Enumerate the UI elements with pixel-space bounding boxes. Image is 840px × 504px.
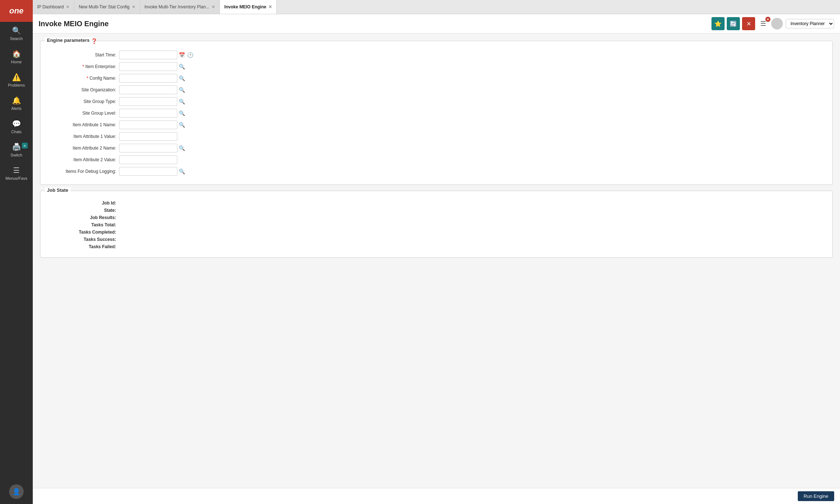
tasks-completed-label: Tasks Completed: (46, 230, 119, 235)
home-icon: 🏠 (12, 49, 21, 58)
job-results-label: Job Results: (46, 215, 119, 220)
sidebar-item-label: Switch (11, 153, 22, 157)
page-title: Invoke MEIO Engine (39, 20, 708, 28)
form-row-site-group-type: Site Group Type: 🔍 (46, 97, 827, 106)
start-time-label: Start Time: (46, 52, 119, 57)
user-dropdown: Inventory Planner (771, 18, 834, 29)
state-label: State: (46, 208, 119, 213)
search-lookup-icon[interactable]: 🔍 (178, 168, 186, 174)
header-bar: Invoke MEIO Engine ⭐ 🔄 ✕ ☰ ★ Inventory P… (33, 14, 840, 33)
item-attr1-name-input[interactable] (119, 120, 177, 129)
logo-text: one (9, 6, 23, 16)
search-lookup-icon[interactable]: 🔍 (178, 64, 186, 70)
role-dropdown[interactable]: Inventory Planner (786, 19, 834, 28)
sidebar-item-label: Search (10, 36, 23, 41)
favorite-button[interactable]: ⭐ (711, 17, 725, 30)
tab-new-multi-tier[interactable]: New Multi-Tier Stat Config ✕ (74, 0, 140, 14)
site-organization-input[interactable] (119, 86, 177, 94)
search-lookup-icon[interactable]: 🔍 (178, 99, 186, 104)
tab-close-icon[interactable]: ✕ (212, 4, 215, 9)
run-engine-button[interactable]: Run Engine (798, 491, 834, 501)
search-lookup-icon[interactable]: 🔍 (178, 110, 186, 116)
job-id-label: Job Id: (46, 201, 119, 206)
job-results-row: Job Results: (46, 215, 827, 220)
sidebar-item-label: Menus/Favs (5, 176, 27, 180)
header-actions: ⭐ 🔄 ✕ ☰ ★ Inventory Planner (711, 17, 834, 30)
calendar-icon[interactable]: 📅 (178, 52, 186, 58)
sidebar-item-menus[interactable]: ☰ Menus/Favs (0, 162, 33, 185)
tasks-failed-row: Tasks Failed: (46, 244, 827, 249)
search-lookup-icon[interactable]: 🔍 (178, 87, 186, 93)
sidebar-item-alerts[interactable]: 🔔 Alerts (0, 92, 33, 115)
sidebar-item-home[interactable]: 🏠 Home (0, 45, 33, 68)
user-avatar (771, 18, 783, 29)
item-enterprise-input[interactable] (119, 62, 177, 71)
start-time-input-group: 📅 🕐 (119, 51, 194, 59)
sidebar-item-switch[interactable]: 🖨️ Switch ≡ (0, 138, 33, 162)
chat-icon: 💬 (12, 119, 21, 128)
engine-parameters-body: Start Time: 📅 🕐 * Item Enterprise: 🔍 (46, 51, 827, 176)
tab-label: New Multi-Tier Stat Config (79, 4, 130, 9)
item-attr1-value-label: Item Attribute 1 Value: (46, 134, 119, 139)
form-row-config-name: * Config Name: 🔍 (46, 74, 827, 83)
tab-bar: IP Dashboard ✕ New Multi-Tier Stat Confi… (33, 0, 840, 14)
tab-close-icon[interactable]: ✕ (268, 4, 272, 9)
sidebar-item-problems[interactable]: ⚠️ Problems (0, 68, 33, 92)
tab-invoke-multi-tier[interactable]: Invoke Multi-Tier Inventory Plan... ✕ (140, 0, 220, 14)
form-row-debug-logging: Items For Debug Logging: 🔍 (46, 167, 827, 176)
menu-button[interactable]: ☰ ★ (757, 18, 769, 29)
debug-logging-label: Items For Debug Logging: (46, 169, 119, 174)
debug-logging-input[interactable] (119, 167, 177, 176)
required-marker: * (82, 64, 84, 69)
search-lookup-icon[interactable]: 🔍 (178, 122, 186, 128)
item-enterprise-input-group: 🔍 (119, 62, 186, 71)
refresh-button[interactable]: 🔄 (727, 17, 740, 30)
menu-icon: ☰ (13, 166, 20, 175)
form-row-site-organization: Site Organization: 🔍 (46, 86, 827, 94)
item-attr2-value-input-group (119, 155, 177, 164)
tab-ip-dashboard[interactable]: IP Dashboard ✕ (33, 0, 74, 14)
close-button[interactable]: ✕ (742, 17, 755, 30)
tab-label: IP Dashboard (37, 4, 64, 9)
config-name-input[interactable] (119, 74, 177, 83)
clock-icon[interactable]: 🕐 (186, 52, 194, 58)
item-attr2-value-input[interactable] (119, 155, 177, 164)
warning-icon: ⚠️ (12, 73, 21, 82)
item-attr1-name-label: Item Attribute 1 Name: (46, 122, 119, 127)
menu-badge: ★ (765, 17, 770, 22)
item-attr1-value-input-group (119, 132, 177, 141)
help-icon[interactable]: ❓ (91, 38, 97, 44)
search-lookup-icon[interactable]: 🔍 (178, 75, 186, 81)
sidebar-item-search[interactable]: 🔍 Search (0, 22, 33, 45)
app-logo[interactable]: one (0, 0, 33, 22)
site-group-type-input[interactable] (119, 97, 177, 106)
site-group-level-input[interactable] (119, 109, 177, 118)
engine-parameters-legend: Engine parameters (45, 37, 92, 43)
start-time-input[interactable] (119, 51, 177, 59)
avatar[interactable]: 👤 (9, 484, 24, 499)
sidebar-item-label: Alerts (11, 106, 21, 111)
avatar-icon: 👤 (12, 488, 20, 496)
content-area: Engine parameters ❓ Start Time: 📅 🕐 * It… (33, 33, 840, 488)
form-row-item-attr1-name: Item Attribute 1 Name: 🔍 (46, 120, 827, 129)
tab-label: Invoke Multi-Tier Inventory Plan... (145, 4, 209, 9)
tab-close-icon[interactable]: ✕ (132, 4, 135, 9)
job-state-legend: Job State (45, 187, 71, 193)
footer-bar: Run Engine (33, 488, 840, 504)
site-organization-label: Site Organization: (46, 87, 119, 92)
tasks-completed-row: Tasks Completed: (46, 230, 827, 235)
item-attr1-value-input[interactable] (119, 132, 177, 141)
form-row-item-attr2-value: Item Attribute 2 Value: (46, 155, 827, 164)
item-attr2-name-input[interactable] (119, 144, 177, 152)
sidebar-item-chats[interactable]: 💬 Chats (0, 115, 33, 138)
switch-badge: ≡ (22, 143, 28, 148)
item-attr2-value-label: Item Attribute 2 Value: (46, 157, 119, 162)
form-row-site-group-level: Site Group Level: 🔍 (46, 109, 827, 118)
bell-icon: 🔔 (12, 96, 21, 105)
search-lookup-icon[interactable]: 🔍 (178, 145, 186, 151)
tasks-success-label: Tasks Success: (46, 237, 119, 242)
config-name-label: * Config Name: (46, 76, 119, 81)
tab-invoke-meio[interactable]: Invoke MEIO Engine ✕ (220, 0, 277, 14)
sidebar-item-label: Problems (8, 83, 25, 87)
tab-close-icon[interactable]: ✕ (66, 4, 70, 9)
